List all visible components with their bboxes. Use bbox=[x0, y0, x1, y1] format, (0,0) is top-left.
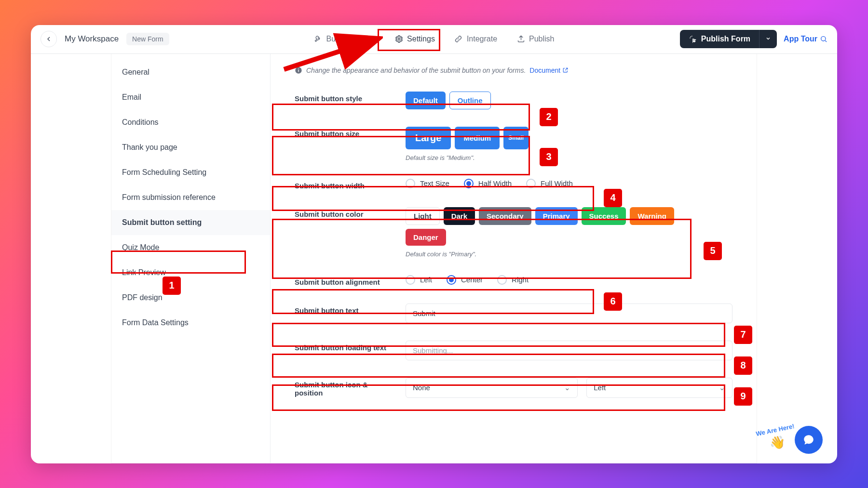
radio-label: Center bbox=[461, 276, 483, 284]
radio-label: Full Width bbox=[541, 179, 573, 187]
icon-select[interactable]: None ⌄ bbox=[406, 378, 578, 398]
sidebar-item-submission-ref[interactable]: Form submission reference bbox=[111, 185, 270, 210]
color-secondary-button[interactable]: Secondary bbox=[479, 207, 531, 225]
size-medium-button[interactable]: Medium bbox=[455, 127, 500, 149]
setting-alignment: Submit button alignment Left Center Righ… bbox=[285, 266, 742, 295]
topbar: My Workspace New Form Build Settings Int… bbox=[31, 25, 837, 54]
align-right-radio[interactable]: Right bbox=[497, 275, 529, 285]
sidebar-item-general[interactable]: General bbox=[111, 60, 270, 85]
setting-size: Submit button size Large Medium Small De… bbox=[285, 118, 742, 170]
gear-icon bbox=[394, 35, 403, 43]
svg-point-1 bbox=[821, 37, 826, 41]
publish-form-label: Publish Form bbox=[701, 35, 750, 43]
tab-settings[interactable]: Settings bbox=[387, 31, 443, 47]
tab-integrate[interactable]: Integrate bbox=[447, 31, 505, 47]
submit-loading-input[interactable] bbox=[406, 341, 732, 360]
color-danger-button[interactable]: Danger bbox=[406, 229, 446, 246]
publish-form-main[interactable]: Publish Form bbox=[680, 30, 759, 48]
color-warning-button[interactable]: Warning bbox=[630, 207, 674, 225]
color-success-button[interactable]: Success bbox=[582, 207, 626, 225]
radio-label: Text Size bbox=[420, 179, 449, 187]
sidebar-item-email[interactable]: Email bbox=[111, 85, 270, 110]
chevron-down-icon bbox=[765, 36, 771, 41]
chevron-down-icon: ⌄ bbox=[719, 383, 725, 392]
style-outline-button[interactable]: Outline bbox=[449, 92, 491, 109]
width-full-width-radio[interactable]: Full Width bbox=[526, 179, 573, 188]
setting-loading-text: Submit button loading text bbox=[285, 332, 742, 369]
width-half-width-radio[interactable]: Half Width bbox=[464, 179, 512, 188]
chat-icon bbox=[802, 434, 815, 446]
settings-content: Change the appearance and behavior of th… bbox=[271, 54, 757, 463]
setting-icon-position: Submit button icon & position None ⌄ Lef… bbox=[285, 369, 742, 407]
tab-publish[interactable]: Publish bbox=[509, 31, 562, 47]
setting-loading-label: Submit button loading text bbox=[295, 341, 396, 352]
color-dark-button[interactable]: Dark bbox=[444, 207, 475, 225]
icon-position-select[interactable]: Left ⌄ bbox=[586, 378, 732, 398]
setting-text-label: Submit button text bbox=[295, 303, 396, 315]
upload-icon bbox=[516, 35, 525, 43]
chat-widget: We Are Here! 👋 bbox=[795, 426, 823, 454]
publish-dropdown[interactable] bbox=[759, 30, 777, 48]
sidebar-item-thankyou[interactable]: Thank you page bbox=[111, 135, 270, 160]
form-name-pill[interactable]: New Form bbox=[126, 33, 169, 45]
radio-dot bbox=[406, 179, 415, 188]
info-icon bbox=[295, 66, 302, 74]
svg-point-0 bbox=[398, 38, 400, 40]
help-document-link[interactable]: Document bbox=[529, 66, 569, 74]
size-small-button[interactable]: Small bbox=[503, 127, 529, 149]
icon-position-value: Left bbox=[594, 383, 606, 392]
settings-sidebar: General Email Conditions Thank you page … bbox=[111, 54, 271, 463]
svg-rect-4 bbox=[298, 68, 298, 69]
width-text-size-radio[interactable]: Text Size bbox=[406, 179, 449, 188]
radio-dot bbox=[464, 179, 474, 188]
setting-size-label: Submit button size bbox=[295, 127, 396, 138]
publish-form-button[interactable]: Publish Form bbox=[680, 30, 777, 48]
sidebar-item-pdf[interactable]: PDF design bbox=[111, 285, 270, 310]
color-hint: Default color is "Primary". bbox=[406, 251, 732, 258]
workspace-name[interactable]: My Workspace bbox=[65, 34, 119, 44]
radio-dot bbox=[406, 275, 415, 285]
setting-style: Submit button style Default Outline bbox=[285, 83, 742, 118]
tab-design[interactable] bbox=[355, 31, 383, 47]
sidebar-item-scheduling[interactable]: Form Scheduling Setting bbox=[111, 160, 270, 185]
topbar-right: Publish Form App Tour bbox=[680, 30, 827, 48]
help-text: Change the appearance and behavior of th… bbox=[295, 66, 742, 74]
brush-icon bbox=[363, 35, 371, 43]
color-primary-button[interactable]: Primary bbox=[535, 207, 578, 225]
app-tour-link[interactable]: App Tour bbox=[784, 35, 827, 43]
tab-settings-label: Settings bbox=[407, 35, 435, 43]
wrench-icon bbox=[313, 35, 322, 43]
chat-button[interactable] bbox=[795, 426, 823, 454]
top-nav: Build Settings Integrate Publish bbox=[306, 31, 562, 47]
tab-build[interactable]: Build bbox=[306, 31, 351, 47]
style-default-button[interactable]: Default bbox=[406, 92, 446, 109]
color-light-button[interactable]: Light bbox=[406, 207, 440, 225]
submit-text-input[interactable] bbox=[406, 303, 732, 323]
settings-panel: General Email Conditions Thank you page … bbox=[111, 54, 757, 463]
sidebar-item-form-data[interactable]: Form Data Settings bbox=[111, 310, 270, 335]
setting-color-label: Submit button color bbox=[295, 207, 396, 218]
icon-select-value: None bbox=[413, 383, 430, 392]
link-icon bbox=[454, 35, 463, 43]
radio-dot bbox=[497, 275, 507, 285]
back-button[interactable] bbox=[41, 31, 57, 47]
size-large-button[interactable]: Large bbox=[406, 127, 451, 149]
align-left-radio[interactable]: Left bbox=[406, 275, 432, 285]
svg-rect-3 bbox=[298, 69, 298, 72]
setting-text: Submit button text bbox=[285, 295, 742, 332]
setting-icon-label: Submit button icon & position bbox=[295, 378, 396, 397]
sidebar-item-submit-button[interactable]: Submit button setting bbox=[111, 210, 270, 235]
sidebar-item-link-preview[interactable]: Link Preview bbox=[111, 260, 270, 285]
radio-label: Right bbox=[512, 276, 529, 284]
sidebar-item-quiz[interactable]: Quiz Mode bbox=[111, 235, 270, 260]
search-icon bbox=[820, 35, 827, 43]
setting-style-label: Submit button style bbox=[295, 92, 396, 103]
help-text-content: Change the appearance and behavior of th… bbox=[306, 66, 526, 74]
radio-dot bbox=[447, 275, 456, 285]
app-window: My Workspace New Form Build Settings Int… bbox=[31, 25, 837, 463]
align-center-radio[interactable]: Center bbox=[447, 275, 483, 285]
sidebar-item-conditions[interactable]: Conditions bbox=[111, 110, 270, 135]
tab-publish-label: Publish bbox=[529, 35, 554, 43]
wave-icon: 👋 bbox=[770, 435, 785, 450]
tab-build-label: Build bbox=[326, 35, 343, 43]
